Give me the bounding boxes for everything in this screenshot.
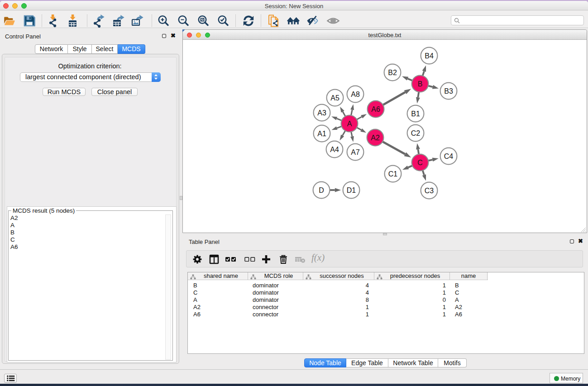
- svg-text:C1: C1: [388, 170, 398, 178]
- svg-text:A7: A7: [351, 148, 360, 156]
- svg-text:C2: C2: [411, 129, 421, 137]
- svg-text:B1: B1: [411, 110, 420, 118]
- svg-text:B3: B3: [444, 87, 453, 95]
- svg-text:A2: A2: [371, 134, 380, 142]
- svg-text:D1: D1: [347, 186, 356, 194]
- svg-text:C4: C4: [444, 152, 454, 160]
- svg-text:A6: A6: [371, 105, 380, 113]
- svg-text:A8: A8: [351, 91, 360, 98]
- svg-text:A4: A4: [330, 146, 339, 153]
- svg-text:C3: C3: [425, 187, 434, 195]
- svg-text:B2: B2: [388, 69, 397, 76]
- svg-text:D: D: [319, 186, 324, 194]
- svg-text:A1: A1: [317, 130, 326, 138]
- svg-text:A5: A5: [330, 94, 339, 102]
- svg-text:C: C: [417, 159, 423, 167]
- svg-text:B: B: [418, 80, 423, 88]
- svg-text:B4: B4: [425, 52, 434, 60]
- svg-text:A3: A3: [317, 109, 326, 117]
- svg-text:A: A: [347, 120, 352, 128]
